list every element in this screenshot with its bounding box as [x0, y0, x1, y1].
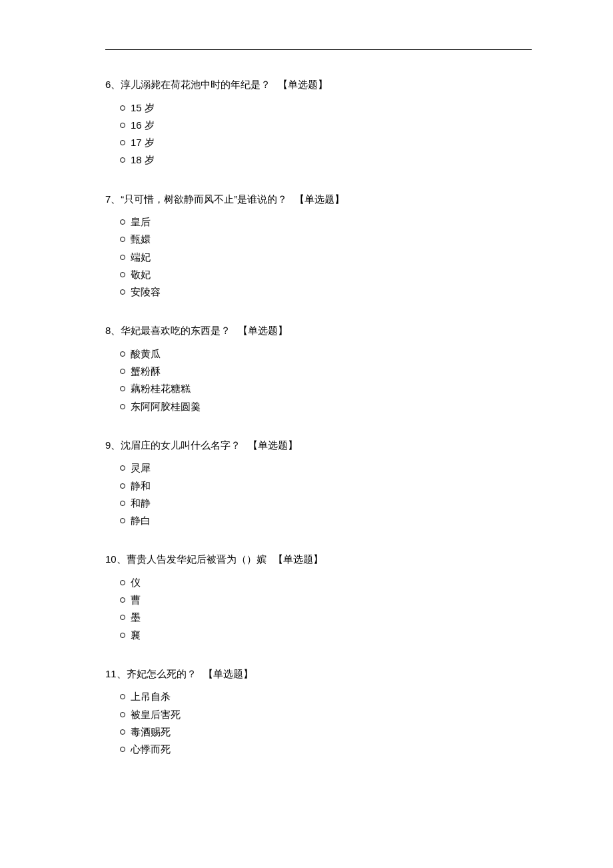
list-item[interactable]: 静白 [120, 512, 532, 529]
question-type-tag: 【单选题】 [278, 79, 328, 90]
options-list: 皇后 甄嬛 端妃 敬妃 安陵容 [105, 213, 532, 301]
list-item[interactable]: 仪 [120, 574, 532, 591]
list-item[interactable]: 18 岁 [120, 151, 532, 169]
question-number: 10、 [105, 553, 127, 565]
list-item[interactable]: 和静 [120, 495, 532, 512]
options-list: 15 岁 16 岁 17 岁 18 岁 [105, 99, 532, 169]
list-item[interactable]: 静和 [120, 477, 532, 495]
list-item[interactable]: 端妃 [120, 249, 532, 266]
options-list: 灵犀 静和 和静 静白 [105, 459, 532, 529]
question-number: 8、 [105, 325, 121, 336]
question-type-tag: 【单选题】 [295, 193, 344, 205]
question-stem: 曹贵人告发华妃后被晋为（）嫔 [127, 553, 267, 565]
question-stem: 沈眉庄的女儿叫什么名字？ [121, 439, 241, 451]
list-item[interactable]: 墨 [120, 609, 532, 626]
options-list: 酸黄瓜 蟹粉酥 藕粉桂花糖糕 东阿阿胶桂圆羹 [105, 345, 532, 415]
list-item[interactable]: 15 岁 [120, 99, 532, 117]
list-item[interactable]: 敬妃 [120, 266, 532, 283]
question-text: 10、曹贵人告发华妃后被晋为（）嫔 【单选题】 [105, 552, 532, 567]
question-text: 6、淳儿溺毙在荷花池中时的年纪是？ 【单选题】 [105, 77, 532, 93]
list-item[interactable]: 安陵容 [120, 283, 532, 301]
question-type-tag: 【单选题】 [273, 553, 323, 565]
page-divider [105, 49, 532, 50]
list-item[interactable]: 心悸而死 [120, 741, 532, 758]
question-block: 10、曹贵人告发华妃后被晋为（）嫔 【单选题】 仪 曹 墨 襄 [105, 552, 532, 644]
question-text: 9、沈眉庄的女儿叫什么名字？ 【单选题】 [105, 438, 532, 453]
options-list: 上吊自杀 被皇后害死 毒酒赐死 心悸而死 [105, 688, 532, 758]
question-block: 7、“只可惜，树欲静而风不止”是谁说的？ 【单选题】 皇后 甄嬛 端妃 敬妃 安… [105, 192, 532, 301]
question-number: 9、 [105, 439, 121, 451]
list-item[interactable]: 蟹粉酥 [120, 363, 532, 380]
list-item[interactable]: 16 岁 [120, 117, 532, 134]
questions-container: 6、淳儿溺毙在荷花池中时的年纪是？ 【单选题】 15 岁 16 岁 17 岁 1… [105, 77, 532, 781]
question-stem: “只可惜，树欲静而风不止”是谁说的？ [121, 193, 287, 205]
list-item[interactable]: 酸黄瓜 [120, 345, 532, 363]
question-text: 7、“只可惜，树欲静而风不止”是谁说的？ 【单选题】 [105, 192, 532, 207]
question-stem: 淳儿溺毙在荷花池中时的年纪是？ [121, 79, 271, 90]
list-item[interactable]: 襄 [120, 627, 532, 644]
question-number: 11、 [105, 668, 127, 679]
list-item[interactable]: 皇后 [120, 213, 532, 231]
question-type-tag: 【单选题】 [238, 325, 288, 336]
question-number: 6、 [105, 79, 121, 90]
options-list: 仪 曹 墨 襄 [105, 574, 532, 644]
question-number: 7、 [105, 193, 121, 205]
list-item[interactable]: 曹 [120, 591, 532, 609]
question-block: 6、淳儿溺毙在荷花池中时的年纪是？ 【单选题】 15 岁 16 岁 17 岁 1… [105, 77, 532, 169]
question-block: 9、沈眉庄的女儿叫什么名字？ 【单选题】 灵犀 静和 和静 静白 [105, 438, 532, 530]
question-stem: 齐妃怎么死的？ [127, 668, 197, 679]
question-block: 11、齐妃怎么死的？ 【单选题】 上吊自杀 被皇后害死 毒酒赐死 心悸而死 [105, 667, 532, 759]
list-item[interactable]: 甄嬛 [120, 231, 532, 248]
list-item[interactable]: 藕粉桂花糖糕 [120, 380, 532, 397]
question-block: 8、华妃最喜欢吃的东西是？ 【单选题】 酸黄瓜 蟹粉酥 藕粉桂花糖糕 东阿阿胶桂… [105, 323, 532, 415]
question-stem: 华妃最喜欢吃的东西是？ [121, 325, 231, 336]
question-text: 11、齐妃怎么死的？ 【单选题】 [105, 667, 532, 682]
question-type-tag: 【单选题】 [248, 439, 298, 451]
question-text: 8、华妃最喜欢吃的东西是？ 【单选题】 [105, 323, 532, 339]
list-item[interactable]: 东阿阿胶桂圆羹 [120, 398, 532, 415]
question-type-tag: 【单选题】 [203, 668, 253, 679]
list-item[interactable]: 17 岁 [120, 134, 532, 151]
list-item[interactable]: 上吊自杀 [120, 688, 532, 705]
list-item[interactable]: 被皇后害死 [120, 706, 532, 723]
list-item[interactable]: 毒酒赐死 [120, 723, 532, 741]
list-item[interactable]: 灵犀 [120, 459, 532, 477]
